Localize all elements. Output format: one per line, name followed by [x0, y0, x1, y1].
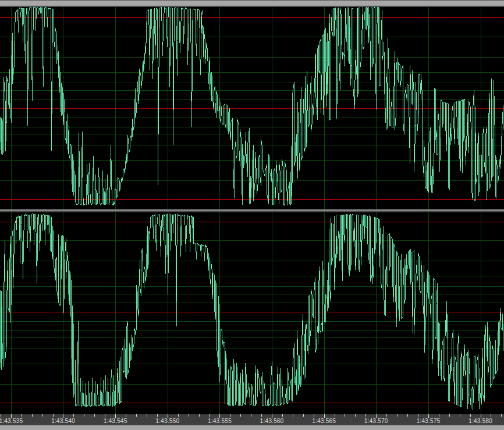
svg-text:1:43.580: 1:43.580 — [468, 417, 492, 424]
svg-text:1:43.545: 1:43.545 — [104, 417, 127, 424]
svg-text:1:43.535: 1:43.535 — [0, 417, 23, 424]
svg-text:1:43.570: 1:43.570 — [364, 417, 388, 424]
svg-text:1:43.550: 1:43.550 — [155, 417, 179, 424]
svg-text:1:43.555: 1:43.555 — [208, 417, 232, 424]
svg-text:1:43.560: 1:43.560 — [260, 417, 284, 424]
svg-text:1:43.565: 1:43.565 — [312, 417, 336, 424]
svg-text:1:43.540: 1:43.540 — [51, 417, 75, 424]
svg-text:1:43.575: 1:43.575 — [416, 417, 440, 424]
